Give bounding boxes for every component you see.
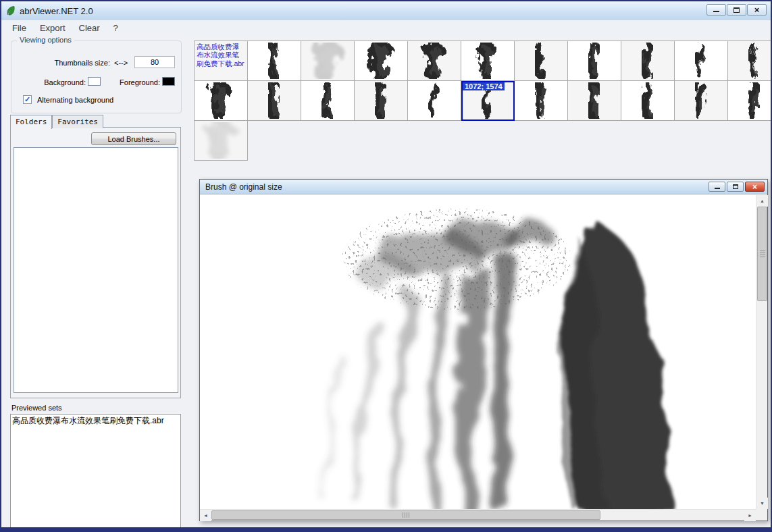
tab-favorites[interactable]: Favorites — [52, 115, 103, 128]
menu-help[interactable]: ? — [107, 21, 125, 35]
waterfall-brush-image — [200, 195, 756, 509]
brush-thumbnail[interactable] — [675, 41, 728, 81]
titlebar[interactable]: abrViewer.NET 2.0 × — [1, 1, 771, 20]
window-title: abrViewer.NET 2.0 — [20, 6, 93, 16]
minimize-icon — [715, 185, 720, 189]
arrow-up-icon: ▲ — [760, 198, 765, 203]
preview-vertical-scrollbar[interactable]: ▲ ▼ — [756, 195, 767, 509]
preview-window-title: Brush @ original size — [205, 182, 282, 192]
alternating-background-checkbox[interactable]: ✓ — [23, 95, 32, 104]
thumbnails-size-label: Thumbnails size: — [43, 59, 110, 67]
background-swatch[interactable] — [88, 77, 101, 86]
background-label: Background: — [30, 78, 86, 86]
foreground-swatch[interactable] — [162, 77, 175, 86]
brush-set-name-cell[interactable]: 高品质收费瀑布水流效果笔刷免费下载.abr — [195, 41, 248, 81]
brush-thumbnail[interactable] — [568, 41, 621, 81]
close-icon: × — [752, 183, 757, 191]
brush-thumbnail[interactable] — [515, 81, 568, 121]
brush-thumbnail[interactable] — [355, 81, 408, 121]
brush-thumbnail[interactable] — [408, 41, 461, 81]
maximize-button[interactable] — [727, 4, 746, 16]
menu-file[interactable]: File — [5, 21, 33, 35]
horizontal-scroll-thumb[interactable] — [211, 510, 600, 520]
preview-titlebar[interactable]: Brush @ original size × — [200, 180, 767, 194]
brush-thumbnail[interactable]: 1072; 1574 — [461, 81, 515, 121]
brush-thumbnail[interactable] — [195, 121, 248, 161]
load-brushes-button[interactable]: Load Brushes... — [91, 132, 176, 145]
brush-thumbnail[interactable] — [675, 81, 728, 121]
tab-folders[interactable]: Folders — [10, 115, 52, 129]
app-leaf-icon — [5, 5, 16, 16]
scroll-down-button[interactable]: ▼ — [756, 498, 768, 509]
menubar: File Export Clear ? — [1, 20, 771, 35]
arrow-left-icon: ◄ — [203, 513, 208, 518]
alternating-background-label: Alternating background — [37, 96, 113, 104]
previewed-sets-list[interactable]: 高品质收费瀑布水流效果笔刷免费下载.abr — [10, 414, 181, 528]
viewing-options-group: Viewing options Thumbnails size: <--> Ba… — [11, 41, 182, 113]
foreground-label: Foreground: — [107, 78, 160, 86]
folders-panel: Load Brushes... — [10, 127, 181, 398]
preview-close-button[interactable]: × — [745, 182, 765, 192]
brush-thumbnail[interactable] — [301, 81, 355, 121]
thumbnail-grid: 高品质收费瀑布水流效果笔刷免费下载.abr1072; 1574 — [194, 41, 772, 161]
brush-thumbnail[interactable] — [408, 81, 461, 121]
brush-thumbnail[interactable] — [355, 41, 408, 81]
brush-thumbnail[interactable] — [301, 41, 355, 81]
scroll-grip-icon — [403, 512, 409, 518]
brush-thumbnail[interactable] — [621, 41, 675, 81]
menu-clear[interactable]: Clear — [72, 21, 107, 35]
arrow-down-icon: ▼ — [760, 501, 765, 506]
viewing-options-title: Viewing options — [17, 36, 74, 44]
previewed-sets-label: Previewed sets — [11, 404, 62, 412]
scrollbar-corner — [756, 509, 767, 521]
minimize-button[interactable] — [706, 4, 726, 16]
scroll-right-button[interactable]: ► — [744, 510, 756, 521]
left-tabs: Folders Favorites — [10, 115, 103, 128]
thumbnails-size-input[interactable] — [134, 56, 175, 68]
check-icon: ✓ — [24, 95, 30, 103]
vertical-scroll-thumb[interactable] — [757, 207, 767, 301]
brush-thumbnail[interactable] — [621, 81, 675, 121]
brush-thumbnail[interactable] — [728, 81, 772, 121]
brush-thumbnail[interactable] — [461, 41, 515, 81]
preview-maximize-button[interactable] — [727, 182, 744, 192]
brush-size-tooltip: 1072; 1574 — [463, 82, 505, 90]
brush-thumbnail[interactable] — [195, 81, 248, 121]
minimize-icon — [713, 7, 719, 12]
scroll-grip-icon — [760, 250, 765, 257]
brush-thumbnail[interactable] — [568, 81, 621, 121]
preview-minimize-button[interactable] — [709, 182, 725, 192]
menu-export[interactable]: Export — [33, 21, 72, 35]
brush-thumbnail[interactable] — [248, 81, 301, 121]
close-button[interactable]: × — [747, 4, 767, 16]
app-window: abrViewer.NET 2.0 × File Export Clear ? … — [0, 0, 772, 532]
close-icon: × — [754, 5, 760, 14]
size-hint-label: <--> — [114, 59, 128, 67]
maximize-icon — [733, 184, 738, 189]
brush-thumbnail[interactable] — [248, 41, 301, 81]
arrow-right-icon: ► — [748, 513, 752, 518]
scroll-left-button[interactable]: ◄ — [200, 510, 211, 521]
preview-horizontal-scrollbar[interactable]: ◄ ► — [200, 509, 756, 521]
brush-preview-canvas — [200, 195, 756, 509]
scroll-up-button[interactable]: ▲ — [756, 195, 768, 207]
brush-thumbnail[interactable] — [728, 41, 772, 81]
brush-thumbnail[interactable] — [515, 41, 568, 81]
maximize-icon — [734, 7, 740, 13]
folders-list[interactable] — [14, 147, 178, 393]
previewed-set-item[interactable]: 高品质收费瀑布水流效果笔刷免费下载.abr — [11, 415, 180, 427]
brush-preview-window[interactable]: Brush @ original size × — [199, 179, 768, 521]
